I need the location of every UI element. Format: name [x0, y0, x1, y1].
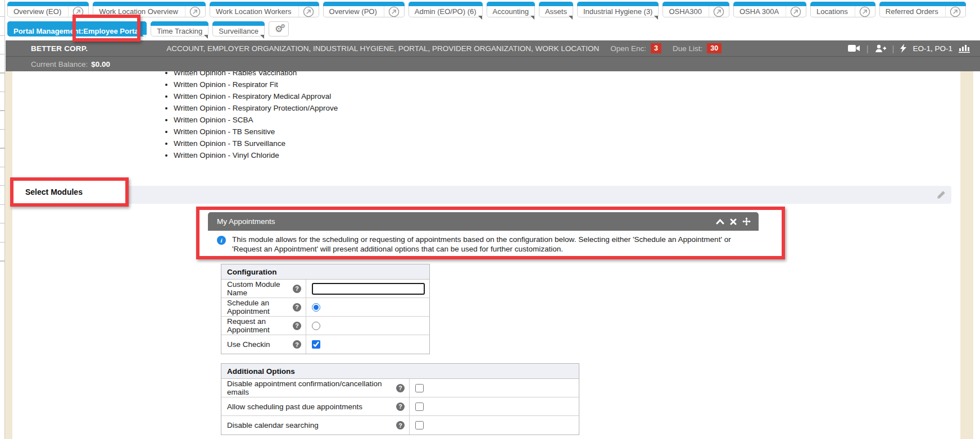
help-icon[interactable]: ?: [396, 403, 405, 411]
balance-bar: Current Balance: $0.00: [6, 56, 980, 71]
table-row: Use Checkin?: [221, 335, 429, 354]
video-camera-icon[interactable]: [848, 44, 860, 52]
table-row: Request an Appointment?: [221, 317, 429, 335]
select-modules-title: Select Modules: [13, 188, 83, 196]
gears-icon-small: ⚙: [280, 24, 285, 29]
remove-x-icon[interactable]: [730, 218, 737, 225]
tab-label: Admin (EO/PO) (6): [409, 2, 482, 17]
disable-appointment-confirmation-cancellation-emails-checkbox[interactable]: [415, 384, 424, 392]
help-icon[interactable]: ?: [293, 322, 301, 330]
external-link-icon: [185, 2, 205, 17]
tab-admin-eo-po-6[interactable]: Admin (EO/PO) (6): [409, 2, 483, 17]
help-icon[interactable]: ?: [396, 421, 405, 429]
row-label-cell: Request an Appointment?: [221, 317, 306, 335]
context-bar-actions: | | EO-1, PO-1: [848, 44, 970, 53]
tab-label: Work Location Workers: [210, 2, 297, 17]
due-list-label: Due List:: [673, 44, 702, 53]
tab-industrial-hygiene-3[interactable]: Industrial Hygiene (3): [577, 2, 659, 17]
tab-surveillance[interactable]: Surveillance: [212, 21, 265, 36]
tab-label: Time Tracking: [151, 21, 208, 36]
list-item: Written Opinion - SCBA: [174, 114, 338, 126]
dropdown-caret-icon: [530, 16, 534, 20]
disable-calendar-searching-checkbox[interactable]: [415, 421, 424, 429]
row-control-cell: [306, 280, 429, 298]
tab-work-location-overview[interactable]: Work Location Overview: [93, 2, 206, 17]
external-link-icon: [709, 2, 729, 17]
tab-bar-primary: Overview (EO)Work Location OverviewWork …: [7, 2, 966, 17]
tab-label: Portal Management:Employee Portal: [8, 21, 146, 36]
tab-osha-300a[interactable]: OSHA 300A: [733, 2, 806, 17]
context-header-bar: BETTER CORP. ACCOUNT, EMPLOYER ORGANIZAT…: [6, 40, 980, 56]
row-label: Schedule an Appointment: [227, 299, 289, 315]
add-person-icon[interactable]: [875, 44, 886, 53]
row-control-cell: [306, 317, 429, 335]
external-link-icon: [68, 2, 88, 17]
edit-pencil-icon[interactable]: [937, 190, 946, 202]
row-control-cell: [410, 416, 579, 435]
tab-overview-eo[interactable]: Overview (EO): [7, 2, 89, 17]
module-settings-button[interactable]: ⚙⚙: [269, 21, 289, 36]
tab-referred-orders[interactable]: Referred Orders: [879, 2, 966, 17]
my-appointments-header[interactable]: My Appointments: [208, 212, 759, 231]
divider: |: [866, 44, 869, 53]
row-label: Disable calendar searching: [227, 421, 319, 429]
help-icon[interactable]: ?: [293, 340, 301, 349]
tab-time-tracking[interactable]: Time Tracking: [151, 21, 208, 36]
row-label-cell: Disable calendar searching?: [221, 416, 410, 435]
external-link-icon: [945, 2, 965, 17]
module-title: My Appointments: [217, 217, 275, 226]
dropdown-caret-icon: [260, 35, 264, 39]
written-opinion-list: Written Opinion - Rabies VaccinationWrit…: [165, 67, 338, 161]
tab-label: Accounting: [487, 2, 534, 17]
help-icon[interactable]: ?: [293, 285, 301, 293]
list-item: Written Opinion - TB Surveillance: [174, 138, 338, 149]
module-header-actions: [716, 217, 751, 226]
bar-chart-icon[interactable]: [959, 44, 970, 53]
module-info-text: This module allows for the scheduling or…: [232, 235, 741, 254]
use-checkin-checkbox[interactable]: [312, 340, 320, 349]
external-link-icon: [855, 2, 875, 17]
dropdown-caret-icon: [569, 16, 573, 20]
current-balance-value: $0.00: [91, 60, 110, 68]
list-item: Written Opinion - TB Sensitive: [174, 126, 338, 138]
configuration-table: Configuration Custom Module Name?Schedul…: [221, 264, 430, 354]
additional-options-table: Additional Options Disable appointment c…: [221, 363, 579, 435]
due-list-badge[interactable]: 30: [707, 43, 722, 53]
row-label-cell: Disable appointment confirmation/cancell…: [221, 379, 410, 397]
tab-label: Surveillance: [213, 21, 264, 36]
row-control-cell: [410, 379, 579, 397]
page-edge-right: [960, 71, 973, 439]
table-row: Custom Module Name?: [221, 280, 429, 298]
row-label: Use Checkin: [227, 340, 270, 349]
row-divider-lines: [0, 16, 5, 267]
collapse-chevron-icon[interactable]: [716, 218, 724, 225]
tab-portal-management-employee-portal[interactable]: Portal Management:Employee Portal: [7, 21, 147, 36]
dropdown-caret-icon: [142, 35, 146, 39]
request-an-appointment-radio[interactable]: [312, 322, 320, 330]
dropdown-caret-icon: [478, 16, 482, 20]
tab-overview-po[interactable]: Overview (PO): [323, 2, 405, 17]
tab-label: OSHA 300A: [734, 2, 784, 17]
lightning-icon[interactable]: [900, 44, 906, 53]
tab-osha300[interactable]: OSHA300: [663, 2, 729, 17]
open-enc-badge[interactable]: 3: [651, 43, 661, 53]
tab-locations[interactable]: Locations: [810, 2, 875, 17]
help-icon[interactable]: ?: [396, 384, 405, 392]
allow-scheduling-past-due-appointments-checkbox[interactable]: [415, 403, 424, 411]
current-balance-label: Current Balance:: [31, 60, 88, 68]
move-handle-icon[interactable]: [742, 217, 751, 226]
dropdown-caret-icon: [204, 35, 208, 39]
left-row-rail: [0, 0, 5, 439]
environment-label: EO-1, PO-1: [913, 44, 952, 53]
tab-label: Assets: [539, 2, 573, 17]
help-icon[interactable]: ?: [293, 303, 301, 312]
row-label-cell: Custom Module Name?: [221, 280, 306, 298]
tab-accounting[interactable]: Accounting: [487, 2, 535, 17]
schedule-an-appointment-radio[interactable]: [312, 303, 320, 312]
tab-work-location-workers[interactable]: Work Location Workers: [210, 2, 319, 17]
row-label-cell: Schedule an Appointment?: [221, 298, 306, 316]
external-link-icon: [786, 2, 806, 17]
tab-assets[interactable]: Assets: [539, 2, 573, 17]
custom-module-name-input[interactable]: [312, 283, 425, 295]
row-label-cell: Allow scheduling past due appointments?: [221, 397, 410, 415]
